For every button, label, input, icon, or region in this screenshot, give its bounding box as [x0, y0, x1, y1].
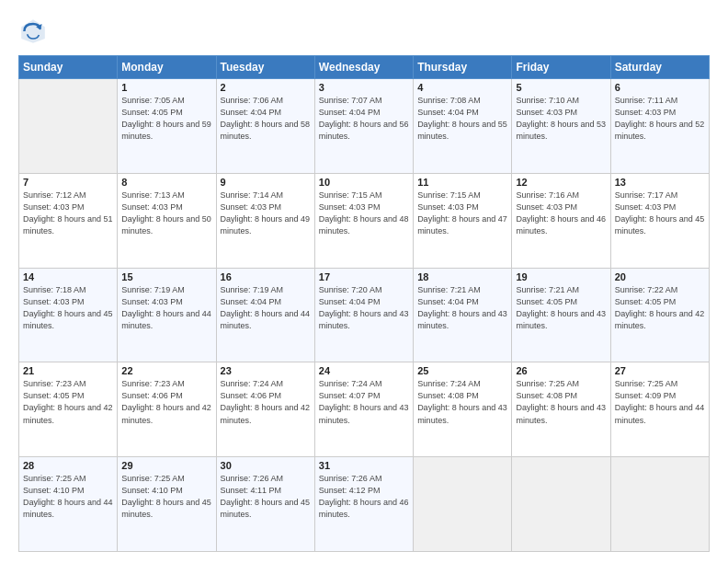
day-info: Sunrise: 7:25 AM Sunset: 4:10 PM Dayligh…: [23, 473, 113, 521]
day-info: Sunrise: 7:15 AM Sunset: 4:03 PM Dayligh…: [417, 190, 507, 237]
day-info: Sunrise: 7:23 AM Sunset: 4:06 PM Dayligh…: [121, 378, 211, 426]
calendar-cell: 3Sunrise: 7:07 AM Sunset: 4:04 PM Daylig…: [314, 79, 413, 174]
calendar-cell: 17Sunrise: 7:20 AM Sunset: 4:04 PM Dayli…: [314, 268, 413, 362]
day-info: Sunrise: 7:23 AM Sunset: 4:05 PM Dayligh…: [23, 378, 113, 426]
day-info: Sunrise: 7:19 AM Sunset: 4:04 PM Dayligh…: [221, 284, 311, 332]
day-number: 27: [615, 365, 705, 376]
day-info: Sunrise: 7:25 AM Sunset: 4:09 PM Dayligh…: [615, 378, 705, 426]
day-info: Sunrise: 7:17 AM Sunset: 4:03 PM Dayligh…: [615, 190, 705, 237]
calendar-cell: 28Sunrise: 7:25 AM Sunset: 4:10 PM Dayli…: [19, 457, 118, 552]
weekday-row: SundayMondayTuesdayWednesdayThursdayFrid…: [19, 56, 710, 79]
calendar-cell: 15Sunrise: 7:19 AM Sunset: 4:03 PM Dayli…: [118, 268, 216, 362]
day-number: 5: [516, 82, 606, 93]
day-number: 13: [615, 177, 705, 188]
calendar-header: SundayMondayTuesdayWednesdayThursdayFrid…: [19, 56, 710, 79]
day-number: 9: [221, 177, 311, 188]
calendar-cell: 2Sunrise: 7:06 AM Sunset: 4:04 PM Daylig…: [216, 79, 314, 174]
day-info: Sunrise: 7:24 AM Sunset: 4:06 PM Dayligh…: [221, 378, 311, 426]
day-info: Sunrise: 7:07 AM Sunset: 4:04 PM Dayligh…: [319, 95, 409, 143]
calendar-cell: 14Sunrise: 7:18 AM Sunset: 4:03 PM Dayli…: [19, 268, 118, 362]
calendar-cell: 18Sunrise: 7:21 AM Sunset: 4:04 PM Dayli…: [414, 268, 512, 362]
day-number: 7: [23, 177, 113, 188]
day-info: Sunrise: 7:13 AM Sunset: 4:03 PM Dayligh…: [121, 190, 211, 237]
day-number: 23: [221, 365, 311, 376]
day-number: 10: [319, 177, 409, 188]
weekday-header-tuesday: Tuesday: [216, 56, 314, 79]
day-number: 31: [319, 460, 409, 471]
day-info: Sunrise: 7:08 AM Sunset: 4:04 PM Dayligh…: [417, 95, 507, 143]
weekday-header-monday: Monday: [118, 56, 216, 79]
day-number: 22: [121, 365, 211, 376]
calendar-body: 1Sunrise: 7:05 AM Sunset: 4:05 PM Daylig…: [19, 79, 710, 552]
calendar-cell: 25Sunrise: 7:24 AM Sunset: 4:08 PM Dayli…: [414, 362, 512, 457]
day-info: Sunrise: 7:15 AM Sunset: 4:03 PM Dayligh…: [319, 190, 409, 237]
calendar-cell: 27Sunrise: 7:25 AM Sunset: 4:09 PM Dayli…: [610, 362, 709, 457]
day-info: Sunrise: 7:24 AM Sunset: 4:07 PM Dayligh…: [319, 378, 409, 426]
day-number: 3: [319, 82, 409, 93]
day-number: 2: [221, 82, 311, 93]
calendar: SundayMondayTuesdayWednesdayThursdayFrid…: [18, 55, 710, 552]
day-info: Sunrise: 7:12 AM Sunset: 4:03 PM Dayligh…: [23, 190, 113, 237]
day-info: Sunrise: 7:25 AM Sunset: 4:08 PM Dayligh…: [516, 378, 606, 426]
calendar-cell: 31Sunrise: 7:26 AM Sunset: 4:12 PM Dayli…: [314, 457, 413, 552]
calendar-cell: 19Sunrise: 7:21 AM Sunset: 4:05 PM Dayli…: [512, 268, 610, 362]
weekday-header-wednesday: Wednesday: [314, 56, 413, 79]
day-info: Sunrise: 7:14 AM Sunset: 4:03 PM Dayligh…: [221, 190, 311, 237]
week-row-4: 28Sunrise: 7:25 AM Sunset: 4:10 PM Dayli…: [19, 457, 710, 552]
calendar-cell: [19, 79, 118, 174]
day-info: Sunrise: 7:24 AM Sunset: 4:08 PM Dayligh…: [417, 378, 507, 426]
day-info: Sunrise: 7:10 AM Sunset: 4:03 PM Dayligh…: [516, 95, 606, 143]
day-info: Sunrise: 7:05 AM Sunset: 4:05 PM Dayligh…: [121, 95, 211, 143]
weekday-header-sunday: Sunday: [19, 56, 118, 79]
weekday-header-thursday: Thursday: [414, 56, 512, 79]
day-number: 6: [615, 82, 705, 93]
header: [18, 17, 710, 46]
calendar-cell: [610, 457, 709, 552]
calendar-cell: [414, 457, 512, 552]
day-number: 26: [516, 365, 606, 376]
day-number: 15: [121, 271, 211, 282]
calendar-cell: 21Sunrise: 7:23 AM Sunset: 4:05 PM Dayli…: [19, 362, 118, 457]
logo: [18, 17, 51, 46]
day-number: 18: [417, 271, 507, 282]
calendar-cell: 5Sunrise: 7:10 AM Sunset: 4:03 PM Daylig…: [512, 79, 610, 174]
day-info: Sunrise: 7:22 AM Sunset: 4:05 PM Dayligh…: [615, 284, 705, 332]
day-info: Sunrise: 7:06 AM Sunset: 4:04 PM Dayligh…: [221, 95, 311, 143]
day-number: 11: [417, 177, 507, 188]
weekday-header-friday: Friday: [512, 56, 610, 79]
day-number: 29: [121, 460, 211, 471]
day-number: 1: [121, 82, 211, 93]
day-number: 30: [221, 460, 311, 471]
logo-icon: [18, 17, 48, 46]
day-info: Sunrise: 7:26 AM Sunset: 4:11 PM Dayligh…: [221, 473, 311, 521]
calendar-cell: 16Sunrise: 7:19 AM Sunset: 4:04 PM Dayli…: [216, 268, 314, 362]
calendar-cell: 12Sunrise: 7:16 AM Sunset: 4:03 PM Dayli…: [512, 173, 610, 268]
calendar-cell: 6Sunrise: 7:11 AM Sunset: 4:03 PM Daylig…: [610, 79, 709, 174]
calendar-cell: 1Sunrise: 7:05 AM Sunset: 4:05 PM Daylig…: [118, 79, 216, 174]
calendar-cell: 7Sunrise: 7:12 AM Sunset: 4:03 PM Daylig…: [19, 173, 118, 268]
day-number: 8: [121, 177, 211, 188]
calendar-cell: 8Sunrise: 7:13 AM Sunset: 4:03 PM Daylig…: [118, 173, 216, 268]
day-number: 25: [417, 365, 507, 376]
calendar-cell: 10Sunrise: 7:15 AM Sunset: 4:03 PM Dayli…: [314, 173, 413, 268]
calendar-cell: 22Sunrise: 7:23 AM Sunset: 4:06 PM Dayli…: [118, 362, 216, 457]
day-info: Sunrise: 7:16 AM Sunset: 4:03 PM Dayligh…: [516, 190, 606, 237]
calendar-cell: 4Sunrise: 7:08 AM Sunset: 4:04 PM Daylig…: [414, 79, 512, 174]
calendar-cell: 26Sunrise: 7:25 AM Sunset: 4:08 PM Dayli…: [512, 362, 610, 457]
week-row-0: 1Sunrise: 7:05 AM Sunset: 4:05 PM Daylig…: [19, 79, 710, 174]
day-info: Sunrise: 7:21 AM Sunset: 4:05 PM Dayligh…: [516, 284, 606, 332]
calendar-cell: 13Sunrise: 7:17 AM Sunset: 4:03 PM Dayli…: [610, 173, 709, 268]
day-number: 19: [516, 271, 606, 282]
calendar-cell: 11Sunrise: 7:15 AM Sunset: 4:03 PM Dayli…: [414, 173, 512, 268]
day-number: 17: [319, 271, 409, 282]
day-number: 14: [23, 271, 113, 282]
calendar-cell: 30Sunrise: 7:26 AM Sunset: 4:11 PM Dayli…: [216, 457, 314, 552]
day-number: 12: [516, 177, 606, 188]
day-number: 20: [615, 271, 705, 282]
calendar-cell: 29Sunrise: 7:25 AM Sunset: 4:10 PM Dayli…: [118, 457, 216, 552]
day-number: 21: [23, 365, 113, 376]
day-info: Sunrise: 7:25 AM Sunset: 4:10 PM Dayligh…: [121, 473, 211, 521]
day-info: Sunrise: 7:11 AM Sunset: 4:03 PM Dayligh…: [615, 95, 705, 143]
calendar-cell: 20Sunrise: 7:22 AM Sunset: 4:05 PM Dayli…: [610, 268, 709, 362]
day-number: 16: [221, 271, 311, 282]
